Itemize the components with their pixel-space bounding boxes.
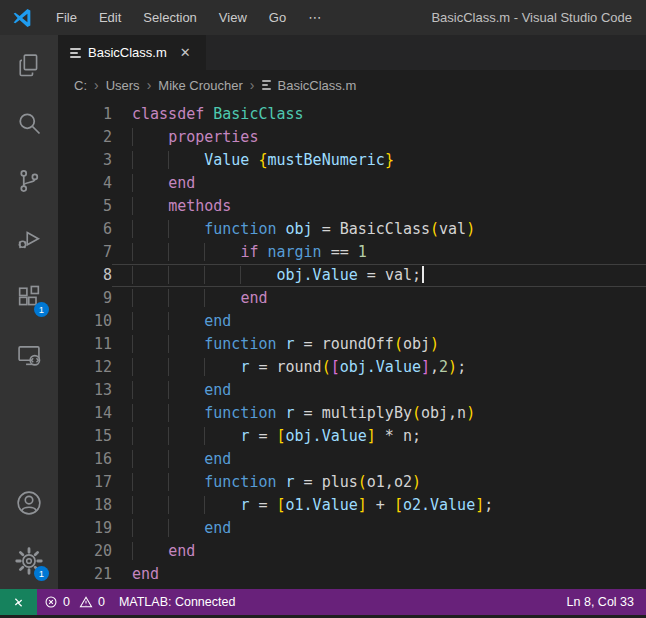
code-line[interactable]: 9 end (58, 287, 646, 310)
code-line[interactable]: 2 properties (58, 126, 646, 149)
code-token: r (286, 473, 295, 491)
accounts-icon[interactable] (13, 487, 45, 519)
code-line[interactable]: 21end (58, 563, 646, 586)
code-lines: 1classdef BasicClass2 properties3 Value … (58, 103, 646, 586)
extensions-icon[interactable]: 1 (13, 281, 45, 313)
breadcrumb-file[interactable]: BasicClass.m (278, 78, 357, 93)
code-line[interactable]: 3 Value {mustBeNumeric} (58, 149, 646, 172)
code-token: ) (412, 473, 421, 491)
code-line[interactable]: 8 obj.Value = val; (58, 264, 646, 287)
breadcrumb-item[interactable]: Users (106, 78, 140, 93)
code-line[interactable]: 19 end (58, 517, 646, 540)
code-token: val; (385, 266, 421, 284)
code-token: [ (394, 496, 403, 514)
menu-item-selection[interactable]: Selection (132, 10, 207, 25)
code-token: end (132, 565, 159, 583)
line-content: if nargin == 1 (112, 241, 646, 264)
indent-guide (132, 128, 168, 146)
indent-guide (132, 197, 168, 215)
search-icon[interactable] (13, 107, 45, 139)
warning-count: 0 (98, 595, 105, 609)
code-token: methods (168, 197, 231, 215)
code-line[interactable]: 18 r = [o1.Value] + [o2.Value]; (58, 494, 646, 517)
code-line[interactable]: 20 end (58, 540, 646, 563)
settings-gear-icon[interactable]: 1 (13, 545, 45, 577)
line-number: 5 (58, 195, 112, 218)
breadcrumb-item[interactable]: Mike Croucher (158, 78, 243, 93)
code-token: , (430, 358, 439, 376)
line-content: end (112, 563, 646, 586)
breadcrumb-item[interactable]: C: (74, 78, 87, 93)
line-number: 21 (58, 563, 112, 586)
tab-basicclass[interactable]: BasicClass.m ✕ (58, 35, 206, 70)
code-token: plus (322, 473, 358, 491)
indent-guide (168, 266, 204, 284)
code-line[interactable]: 14 function r = multiplyBy(obj,n) (58, 402, 646, 425)
code-token: ( (394, 335, 403, 353)
code-line[interactable]: 12 r = round([obj.Value],2); (58, 356, 646, 379)
code-token: * (376, 427, 403, 445)
code-line[interactable]: 1classdef BasicClass (58, 103, 646, 126)
code-editor[interactable]: 1classdef BasicClass2 properties3 Value … (58, 100, 646, 589)
remote-explorer-icon[interactable] (13, 339, 45, 371)
run-and-debug-icon[interactable] (13, 223, 45, 255)
indent-guide (168, 496, 204, 514)
code-token: roundOff (322, 335, 394, 353)
line-content: end (112, 172, 646, 195)
line-number: 1 (58, 103, 112, 126)
code-line[interactable]: 5 methods (58, 195, 646, 218)
line-content: Value {mustBeNumeric} (112, 149, 646, 172)
code-token: ] (367, 427, 376, 445)
menu-item-view[interactable]: View (208, 10, 258, 25)
source-control-icon[interactable] (13, 165, 45, 197)
cursor-position[interactable]: Ln 8, Col 33 (567, 595, 646, 609)
code-token: = (295, 335, 322, 353)
code-line[interactable]: 15 r = [obj.Value] * n; (58, 425, 646, 448)
line-content: function r = plus(o1,o2) (112, 471, 646, 494)
code-token: obj (403, 335, 430, 353)
matlab-file-icon (262, 80, 271, 90)
text-cursor (422, 266, 424, 283)
line-number: 9 (58, 287, 112, 310)
code-token: function (204, 335, 285, 353)
code-token: = (358, 266, 385, 284)
matlab-status[interactable]: MATLAB: Connected (112, 595, 243, 609)
vscode-logo-icon (11, 7, 33, 29)
remote-indicator[interactable] (0, 589, 37, 615)
code-line[interactable]: 13 end (58, 379, 646, 402)
line-content: end (112, 540, 646, 563)
code-token: r (286, 335, 295, 353)
tab-close-icon[interactable]: ✕ (180, 45, 191, 60)
indent-guide (132, 358, 168, 376)
code-line[interactable]: 11 function r = roundOff(obj) (58, 333, 646, 356)
code-token: end (204, 450, 231, 468)
code-token: o1,o2 (367, 473, 412, 491)
line-content: function obj = BasicClass(val) (112, 218, 646, 241)
indent-guide (132, 151, 168, 169)
code-line[interactable]: 7 if nargin == 1 (58, 241, 646, 264)
menu-item-go[interactable]: Go (258, 10, 297, 25)
menu-item-edit[interactable]: Edit (88, 10, 132, 25)
indent-guide (132, 496, 168, 514)
line-content: end (112, 379, 646, 402)
code-token: = (313, 220, 340, 238)
code-line[interactable]: 6 function obj = BasicClass(val) (58, 218, 646, 241)
line-number: 14 (58, 402, 112, 425)
indent-guide (204, 243, 240, 261)
indent-guide (168, 358, 204, 376)
code-token: 2 (439, 358, 448, 376)
code-token: nargin (267, 243, 321, 261)
indent-guide (132, 427, 168, 445)
menu-item-[interactable]: ⋯ (297, 10, 332, 25)
problems-indicator[interactable]: 0 0 (37, 595, 112, 609)
code-line[interactable]: 17 function r = plus(o1,o2) (58, 471, 646, 494)
code-token: r (286, 404, 295, 422)
code-token: ( (358, 473, 367, 491)
menu-item-file[interactable]: File (45, 10, 88, 25)
code-line[interactable]: 16 end (58, 448, 646, 471)
code-token: end (204, 519, 231, 537)
code-line[interactable]: 10 end (58, 310, 646, 333)
explorer-icon[interactable] (13, 49, 45, 81)
code-token: = (249, 496, 276, 514)
code-line[interactable]: 4 end (58, 172, 646, 195)
